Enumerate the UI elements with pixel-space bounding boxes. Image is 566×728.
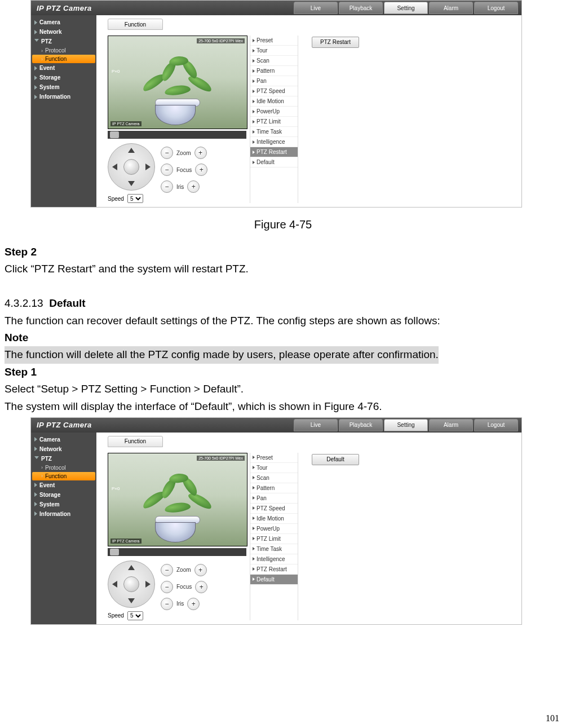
chevron-right-icon bbox=[253, 69, 255, 73]
func-idle-motion[interactable]: Idle Motion bbox=[250, 514, 298, 524]
osd-camera-name: IP PTZ Camera bbox=[110, 539, 142, 544]
func-pattern[interactable]: Pattern bbox=[250, 66, 298, 76]
focus-out-button[interactable]: − bbox=[161, 164, 173, 176]
sidebar-item-event[interactable]: Event bbox=[31, 63, 96, 73]
sidebar-sub-function[interactable]: ›Function bbox=[32, 55, 95, 63]
func-preset[interactable]: Preset bbox=[250, 453, 298, 463]
chevron-right-icon bbox=[253, 49, 255, 52]
function-list: Preset Tour Scan Pattern Pan PTZ Speed I… bbox=[250, 453, 298, 620]
sidebar-item-event[interactable]: Event bbox=[31, 480, 96, 490]
tab-setting[interactable]: Setting bbox=[384, 2, 428, 14]
dpad-right-icon[interactable] bbox=[145, 164, 151, 170]
func-intelligence[interactable]: Intelligence bbox=[250, 137, 298, 147]
func-preset[interactable]: Preset bbox=[250, 36, 298, 46]
brand: IP PTZ Camera bbox=[31, 4, 92, 12]
sidebar-sub-function[interactable]: ›Function bbox=[32, 472, 95, 480]
chevron-right-icon bbox=[253, 537, 255, 540]
dpad-down-icon[interactable] bbox=[128, 598, 135, 603]
sidebar-item-camera[interactable]: Camera bbox=[31, 17, 96, 27]
speed-control: Speed 5 bbox=[108, 194, 155, 203]
note-heading: Note bbox=[5, 329, 561, 346]
focus-out-button[interactable]: − bbox=[161, 581, 173, 593]
speed-select[interactable]: 5 bbox=[127, 611, 143, 620]
func-tour[interactable]: Tour bbox=[250, 46, 298, 56]
tab-alarm[interactable]: Alarm bbox=[429, 419, 473, 431]
sidebar-item-information[interactable]: Information bbox=[31, 92, 96, 102]
speed-select[interactable]: 5 bbox=[127, 194, 143, 203]
func-ptz-restart[interactable]: PTZ Restart bbox=[250, 564, 298, 575]
func-ptz-speed[interactable]: PTZ Speed bbox=[250, 504, 298, 514]
func-ptz-speed[interactable]: PTZ Speed bbox=[250, 86, 298, 96]
func-tour[interactable]: Tour bbox=[250, 463, 298, 473]
iris-open-button[interactable]: + bbox=[187, 180, 200, 193]
chevron-right-icon bbox=[34, 20, 37, 25]
dpad-up-icon[interactable] bbox=[128, 565, 135, 570]
sidebar-item-network[interactable]: Network bbox=[31, 27, 96, 37]
tab-setting[interactable]: Setting bbox=[384, 419, 428, 431]
dpad-left-icon[interactable] bbox=[112, 164, 117, 170]
section-heading: 4.3.2.13 Default bbox=[5, 295, 561, 312]
fullscreen-icon[interactable] bbox=[110, 549, 119, 555]
tab-live[interactable]: Live bbox=[294, 2, 338, 14]
zoom-in-button[interactable]: + bbox=[194, 564, 207, 576]
option-panel: Default bbox=[302, 453, 359, 620]
speed-label: Speed bbox=[108, 196, 124, 202]
func-powerup[interactable]: PowerUp bbox=[250, 524, 298, 534]
tab-alarm[interactable]: Alarm bbox=[429, 2, 473, 14]
zoom-in-button[interactable]: + bbox=[194, 147, 207, 159]
tab-playback[interactable]: Playback bbox=[339, 2, 383, 14]
sidebar-item-camera[interactable]: Camera bbox=[31, 435, 96, 444]
func-intelligence[interactable]: Intelligence bbox=[250, 554, 298, 564]
sidebar-item-ptz[interactable]: PTZ bbox=[31, 37, 96, 46]
dpad-center[interactable] bbox=[123, 159, 139, 175]
iris-open-button[interactable]: + bbox=[187, 598, 200, 610]
sidebar-item-storage[interactable]: Storage bbox=[31, 73, 96, 82]
zoom-out-button[interactable]: − bbox=[161, 564, 173, 576]
ptz-restart-button[interactable]: PTZ Restart bbox=[312, 37, 359, 48]
tab-logout[interactable]: Logout bbox=[474, 419, 518, 431]
sidebar-item-system[interactable]: System bbox=[31, 500, 96, 509]
tab-live[interactable]: Live bbox=[294, 419, 338, 431]
chevron-right-icon bbox=[253, 527, 255, 530]
func-pattern[interactable]: Pattern bbox=[250, 483, 298, 493]
fullscreen-icon[interactable] bbox=[110, 131, 119, 138]
tab-playback[interactable]: Playback bbox=[339, 419, 383, 431]
dpad-right-icon[interactable] bbox=[145, 581, 151, 588]
sidebar-item-network[interactable]: Network bbox=[31, 444, 96, 454]
dpad-center[interactable] bbox=[123, 576, 139, 592]
chevron-right-icon bbox=[253, 100, 255, 103]
sidebar-item-information[interactable]: Information bbox=[31, 509, 96, 519]
iris-close-button[interactable]: − bbox=[161, 180, 173, 193]
func-ptz-restart[interactable]: PTZ Restart bbox=[250, 147, 298, 157]
func-default[interactable]: Default bbox=[250, 157, 298, 167]
func-time-task[interactable]: Time Task bbox=[250, 544, 298, 554]
dpad-down-icon[interactable] bbox=[128, 181, 135, 186]
dpad-left-icon[interactable] bbox=[112, 581, 117, 588]
sidebar-sub-protocol[interactable]: ›Protocol bbox=[31, 46, 96, 55]
sidebar-item-storage[interactable]: Storage bbox=[31, 490, 96, 500]
iris-close-button[interactable]: − bbox=[161, 598, 173, 610]
func-ptz-limit[interactable]: PTZ Limit bbox=[250, 534, 298, 544]
dpad-up-icon[interactable] bbox=[128, 148, 135, 153]
page-tab-function[interactable]: Function bbox=[108, 436, 163, 447]
func-scan[interactable]: Scan bbox=[250, 56, 298, 66]
func-powerup[interactable]: PowerUp bbox=[250, 107, 298, 117]
func-ptz-limit[interactable]: PTZ Limit bbox=[250, 117, 298, 127]
func-scan[interactable]: Scan bbox=[250, 473, 298, 483]
page-tab-function[interactable]: Function bbox=[108, 19, 163, 30]
func-default[interactable]: Default bbox=[250, 575, 298, 585]
func-idle-motion[interactable]: Idle Motion bbox=[250, 96, 298, 107]
func-pan[interactable]: Pan bbox=[250, 76, 298, 86]
func-pan[interactable]: Pan bbox=[250, 493, 298, 504]
sidebar-item-system[interactable]: System bbox=[31, 82, 96, 92]
tab-logout[interactable]: Logout bbox=[474, 2, 518, 14]
focus-in-button[interactable]: + bbox=[195, 164, 207, 176]
sidebar-label: Protocol bbox=[45, 47, 66, 54]
func-time-task[interactable]: Time Task bbox=[250, 127, 298, 137]
focus-in-button[interactable]: + bbox=[195, 581, 207, 593]
page-number: 101 bbox=[546, 713, 559, 723]
zoom-out-button[interactable]: − bbox=[161, 147, 173, 159]
default-button[interactable]: Default bbox=[312, 454, 359, 465]
sidebar-item-ptz[interactable]: PTZ bbox=[31, 454, 96, 464]
sidebar-sub-protocol[interactable]: ›Protocol bbox=[31, 464, 96, 472]
